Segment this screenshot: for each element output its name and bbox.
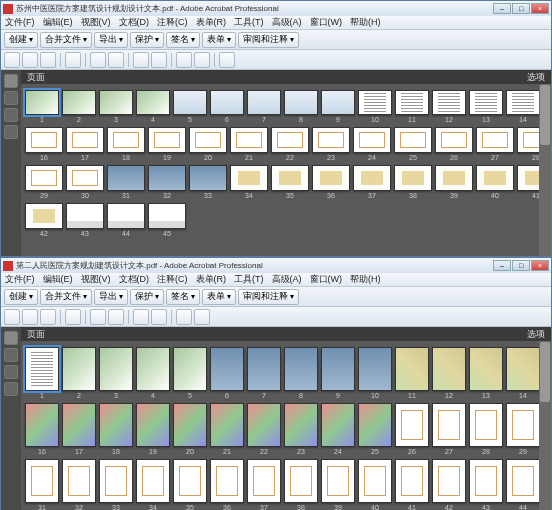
page-thumbnail[interactable]: 2 xyxy=(62,90,96,123)
titlebar[interactable]: 苏州中医医院方案建筑设计规划设计文本.pdf - Adobe Acrobat P… xyxy=(1,1,551,16)
pages-panel-icon[interactable] xyxy=(4,331,18,345)
maximize-button[interactable]: □ xyxy=(512,260,530,271)
page-thumbnail[interactable]: 35 xyxy=(173,459,207,510)
minimize-button[interactable]: – xyxy=(493,260,511,271)
page-thumbnail[interactable]: 28 xyxy=(469,403,503,455)
page-thumbnail[interactable]: 5 xyxy=(173,90,207,123)
attachments-panel-icon[interactable] xyxy=(4,125,18,139)
menu-forms[interactable]: 表单(R) xyxy=(196,273,227,286)
page-thumbnail[interactable]: 16 xyxy=(25,127,63,161)
page-thumbnail[interactable]: 43 xyxy=(66,203,104,237)
page-thumbnail[interactable]: 16 xyxy=(25,403,59,455)
pages-panel-icon[interactable] xyxy=(4,74,18,88)
mail-icon[interactable] xyxy=(40,52,56,68)
page-thumbnail[interactable]: 19 xyxy=(148,127,186,161)
page-thumbnail[interactable]: 22 xyxy=(271,127,309,161)
menu-help[interactable]: 帮助(H) xyxy=(350,273,381,286)
page-thumbnail[interactable]: 14 xyxy=(506,347,540,399)
menu-advanced[interactable]: 高级(A) xyxy=(272,16,302,29)
page-thumbnail[interactable]: 34 xyxy=(230,165,268,199)
page-thumbnail[interactable]: 33 xyxy=(189,165,227,199)
page-thumbnail[interactable]: 26 xyxy=(395,403,429,455)
page-thumbnail[interactable]: 34 xyxy=(136,459,170,510)
export-button[interactable]: 导出▾ xyxy=(94,32,128,48)
page-thumbnail[interactable]: 7 xyxy=(247,347,281,399)
page-thumbnail[interactable]: 6 xyxy=(210,90,244,123)
signatures-panel-icon[interactable] xyxy=(4,108,18,122)
menu-window[interactable]: 窗口(W) xyxy=(310,16,343,29)
close-button[interactable]: × xyxy=(531,260,549,271)
page-thumbnail[interactable]: 4 xyxy=(136,347,170,399)
page-thumbnail[interactable]: 4 xyxy=(136,90,170,123)
page-thumbnail[interactable]: 39 xyxy=(321,459,355,510)
page-thumbnail[interactable]: 36 xyxy=(312,165,350,199)
page-thumbnail[interactable]: 1 xyxy=(25,347,59,399)
menu-tools[interactable]: 工具(T) xyxy=(234,273,264,286)
page-thumbnail[interactable]: 44 xyxy=(107,203,145,237)
page-thumbnail[interactable]: 29 xyxy=(506,403,540,455)
create-button[interactable]: 创建▾ xyxy=(4,289,38,305)
signatures-panel-icon[interactable] xyxy=(4,365,18,379)
next-page-icon[interactable] xyxy=(108,309,124,325)
export-button[interactable]: 导出▾ xyxy=(94,289,128,305)
page-thumbnail[interactable]: 22 xyxy=(247,403,281,455)
page-thumbnail[interactable]: 3 xyxy=(99,90,133,123)
prev-page-icon[interactable] xyxy=(90,52,106,68)
menu-help[interactable]: 帮助(H) xyxy=(350,16,381,29)
menu-advanced[interactable]: 高级(A) xyxy=(272,273,302,286)
page-thumbnail[interactable]: 6 xyxy=(210,347,244,399)
forms-button[interactable]: 表单▾ xyxy=(202,32,236,48)
hand-icon[interactable] xyxy=(151,309,167,325)
page-thumbnail[interactable]: 23 xyxy=(312,127,350,161)
page-thumbnail[interactable]: 21 xyxy=(230,127,268,161)
select-icon[interactable] xyxy=(133,309,149,325)
attachments-panel-icon[interactable] xyxy=(4,382,18,396)
forms-button[interactable]: 表单▾ xyxy=(202,289,236,305)
page-thumbnail[interactable]: 21 xyxy=(210,403,244,455)
page-thumbnail[interactable]: 39 xyxy=(435,165,473,199)
page-thumbnail[interactable]: 1 xyxy=(25,90,59,123)
page-thumbnail[interactable]: 8 xyxy=(284,347,318,399)
combine-button[interactable]: 合并文件▾ xyxy=(40,289,92,305)
combine-button[interactable]: 合并文件▾ xyxy=(40,32,92,48)
page-thumbnail[interactable]: 29 xyxy=(25,165,63,199)
scrollbar[interactable] xyxy=(539,341,551,510)
page-thumbnail[interactable]: 31 xyxy=(107,165,145,199)
menu-tools[interactable]: 工具(T) xyxy=(234,16,264,29)
print-icon[interactable] xyxy=(4,309,20,325)
page-thumbnail[interactable]: 42 xyxy=(25,203,63,237)
page-thumbnail[interactable]: 9 xyxy=(321,347,355,399)
page-thumbnail[interactable]: 38 xyxy=(284,459,318,510)
zoom-in-icon[interactable] xyxy=(194,309,210,325)
page-thumbnail[interactable]: 18 xyxy=(107,127,145,161)
page-thumbnail[interactable]: 27 xyxy=(476,127,514,161)
bookmarks-panel-icon[interactable] xyxy=(4,348,18,362)
page-thumbnail[interactable]: 2 xyxy=(62,347,96,399)
menu-file[interactable]: 文件(F) xyxy=(5,16,35,29)
page-thumbnail[interactable]: 42 xyxy=(432,459,466,510)
scroll-thumb[interactable] xyxy=(540,85,550,145)
menu-forms[interactable]: 表单(R) xyxy=(196,16,227,29)
page-thumbnail[interactable]: 38 xyxy=(394,165,432,199)
page-thumbnail[interactable]: 25 xyxy=(394,127,432,161)
page-thumbnail[interactable]: 18 xyxy=(99,403,133,455)
page-thumbnail[interactable]: 45 xyxy=(148,203,186,237)
page-thumbnail[interactable]: 3 xyxy=(99,347,133,399)
page-thumbnail[interactable]: 5 xyxy=(173,347,207,399)
page-thumbnail[interactable]: 32 xyxy=(62,459,96,510)
page-thumbnail[interactable]: 13 xyxy=(469,347,503,399)
zoom-out-icon[interactable] xyxy=(176,309,192,325)
prev-page-icon[interactable] xyxy=(90,309,106,325)
page-thumbnail[interactable]: 35 xyxy=(271,165,309,199)
scrollbar[interactable] xyxy=(539,84,551,256)
search-icon[interactable] xyxy=(65,52,81,68)
menu-comment[interactable]: 注释(C) xyxy=(157,16,188,29)
secure-button[interactable]: 保护▾ xyxy=(130,289,164,305)
page-thumbnail[interactable]: 27 xyxy=(432,403,466,455)
note-icon[interactable] xyxy=(219,52,235,68)
page-thumbnail[interactable]: 30 xyxy=(66,165,104,199)
menu-document[interactable]: 文档(D) xyxy=(119,16,150,29)
review-button[interactable]: 审阅和注释▾ xyxy=(238,289,299,305)
hand-icon[interactable] xyxy=(151,52,167,68)
page-thumbnail[interactable]: 10 xyxy=(358,347,392,399)
